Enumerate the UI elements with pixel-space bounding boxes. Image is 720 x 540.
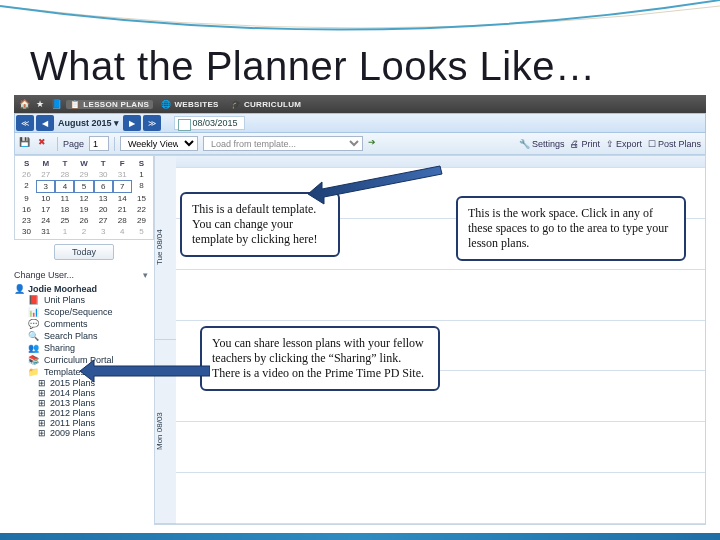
sharing-icon: 👥 <box>28 343 40 353</box>
tree-2012-plans[interactable]: ⊞2012 Plans <box>14 408 154 418</box>
search-icon: 🔍 <box>28 331 40 341</box>
cap-icon: 🎓 <box>231 100 241 109</box>
decorative-arc <box>0 0 720 44</box>
print-link[interactable]: 🖨Print <box>570 139 600 149</box>
export-link[interactable]: ⇪Export <box>606 139 642 149</box>
page-input[interactable] <box>89 136 109 151</box>
separator <box>114 137 115 151</box>
delete-icon[interactable]: ✖ <box>38 137 52 151</box>
comment-icon: 💬 <box>28 319 40 329</box>
month-next-fast-button[interactable]: ≫ <box>143 115 161 131</box>
nav-lesson-plans[interactable]: 📋 LESSON PLANS <box>66 100 153 109</box>
tree-2014-plans[interactable]: ⊞2014 Plans <box>14 388 154 398</box>
today-button[interactable]: Today <box>54 244 114 260</box>
expand-icon: ⊞ <box>38 398 46 408</box>
month-prev-fast-button[interactable]: ≪ <box>16 115 34 131</box>
sidebar: SMTWTFS 2627282930311 2345678 9101112131… <box>14 155 154 525</box>
callout-workspace: This is the work space. Click in any of … <box>456 196 686 261</box>
expand-icon: ⊞ <box>38 388 46 398</box>
tree-sharing[interactable]: 👥Sharing <box>14 342 154 354</box>
settings-link[interactable]: 🔧Settings <box>519 139 565 149</box>
post-icon: ☐ <box>648 139 656 149</box>
tree-comments[interactable]: 💬Comments <box>14 318 154 330</box>
portal-icon: 📚 <box>28 355 40 365</box>
tree-2015-plans[interactable]: ⊞2015 Plans <box>14 378 154 388</box>
callout-template: This is a default template. You can chan… <box>180 192 340 257</box>
plans-icon: 📋 <box>70 100 80 109</box>
tree-2011-plans[interactable]: ⊞2011 Plans <box>14 418 154 428</box>
expand-icon: ⊞ <box>38 418 46 428</box>
tree-2009-plans[interactable]: ⊞2009 Plans <box>14 428 154 438</box>
tree-scope[interactable]: 📊Scope/Sequence <box>14 306 154 318</box>
book-icon[interactable]: 📘 <box>50 98 62 110</box>
folder-icon: 📁 <box>28 367 40 377</box>
save-icon[interactable]: 💾 <box>19 137 33 151</box>
tree-root[interactable]: 👤 Jodie Moorhead <box>14 284 154 294</box>
nav-websites[interactable]: 🌐 WEBSITES <box>157 100 223 109</box>
nav-curriculum[interactable]: 🎓 CURRICULUM <box>227 100 306 109</box>
user-icon: 👤 <box>14 284 25 294</box>
page-title: What the Planner Looks Like… <box>30 44 595 89</box>
planner-app: 🏠 ★ 📘 📋 LESSON PLANS 🌐 WEBSITES 🎓 CURRIC… <box>14 95 706 525</box>
day-label: Mon 08/03 <box>155 340 176 524</box>
view-select[interactable]: Weekly View <box>120 136 198 151</box>
separator <box>57 137 58 151</box>
top-nav: 🏠 ★ 📘 📋 LESSON PLANS 🌐 WEBSITES 🎓 CURRIC… <box>14 95 706 113</box>
day-gutter: Mon 08/03 Tue 08/04 <box>154 156 176 524</box>
bottom-banner <box>0 533 720 540</box>
star-icon[interactable]: ★ <box>34 98 46 110</box>
export-icon: ⇪ <box>606 139 614 149</box>
template-select[interactable]: Load from template... <box>203 136 363 151</box>
tree-2013-plans[interactable]: ⊞2013 Plans <box>14 398 154 408</box>
wrench-icon: 🔧 <box>519 139 530 149</box>
chevron-down-icon: ▾ <box>114 118 119 128</box>
plan-slot[interactable] <box>176 473 705 524</box>
month-prev-button[interactable]: ◀ <box>36 115 54 131</box>
nav-label: CURRICULUM <box>244 100 301 109</box>
callout-sharing: You can share lesson plans with your fel… <box>200 326 440 391</box>
tree-curriculum-portal[interactable]: 📚Curriculum Portal <box>14 354 154 366</box>
home-icon[interactable]: 🏠 <box>18 98 30 110</box>
nav-label: LESSON PLANS <box>83 100 149 109</box>
tree-unit-plans[interactable]: 📕Unit Plans <box>14 294 154 306</box>
nav-label: WEBSITES <box>174 100 218 109</box>
change-user-dropdown[interactable]: Change User... <box>14 270 154 280</box>
toolbar: 💾 ✖ Page Weekly View Load from template.… <box>14 133 706 155</box>
plan-slot[interactable] <box>176 422 705 473</box>
plan-header <box>176 156 705 168</box>
date-tab[interactable]: 08/03/2015 <box>174 116 245 130</box>
tree-templates[interactable]: 📁Templates <box>14 366 154 378</box>
post-plans-link[interactable]: ☐Post Plans <box>648 139 701 149</box>
folder-icon: 📕 <box>28 295 40 305</box>
tree-search-plans[interactable]: 🔍Search Plans <box>14 330 154 342</box>
scope-icon: 📊 <box>28 307 40 317</box>
printer-icon: 🖨 <box>570 139 579 149</box>
date-nav-bar: ≪ ◀ August 2015 ▾ ▶ ≫ 08/03/2015 <box>14 113 706 133</box>
month-label: August 2015 <box>58 118 112 128</box>
expand-icon: ⊞ <box>38 428 46 438</box>
expand-icon: ⊞ <box>38 378 46 388</box>
page-label: Page <box>63 139 84 149</box>
template-go-icon[interactable]: ➔ <box>368 137 382 151</box>
month-next-button[interactable]: ▶ <box>123 115 141 131</box>
day-label: Tue 08/04 <box>155 156 176 340</box>
plan-slot[interactable] <box>176 270 705 321</box>
expand-icon: ⊞ <box>38 408 46 418</box>
nav-tree: 👤 Jodie Moorhead 📕Unit Plans 📊Scope/Sequ… <box>14 284 154 438</box>
globe-icon: 🌐 <box>161 100 171 109</box>
mini-calendar[interactable]: SMTWTFS 2627282930311 2345678 9101112131… <box>14 155 154 240</box>
month-select[interactable]: August 2015 ▾ <box>58 118 119 128</box>
